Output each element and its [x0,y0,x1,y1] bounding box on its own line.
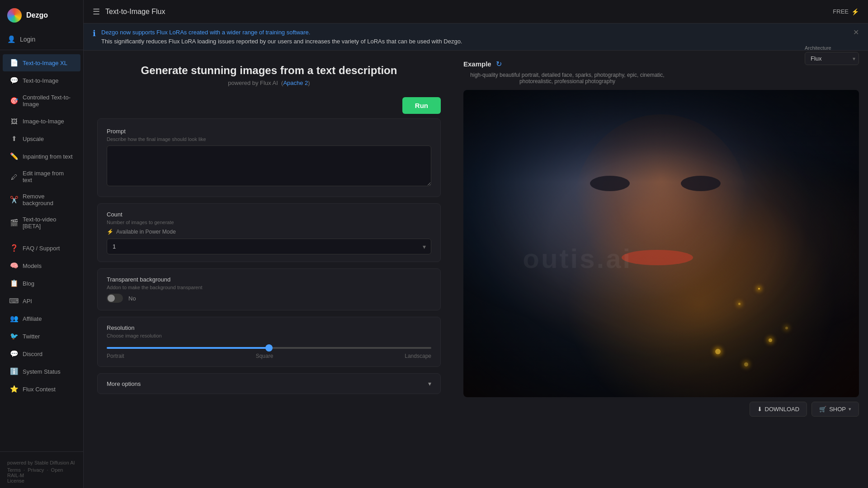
sidebar-item-label: API [23,298,32,305]
blog-icon: 📋 [10,279,18,287]
toggle-knob [108,295,115,302]
sidebar-item-twitter[interactable]: 🐦 Twitter [3,328,80,345]
resolution-slider-container: Portrait Square Landscape [107,343,431,359]
free-badge: FREE ⚡ [833,8,859,15]
sidebar-item-faq[interactable]: ❓ FAQ / Support [3,239,80,257]
sidebar-item-models[interactable]: 🧠 Models [3,257,80,274]
powered-by-text: powered by Stable Diffusion AI [0,456,83,467]
download-icon: ⬇ [757,406,762,413]
more-options-section[interactable]: More options ▾ [97,373,441,394]
menu-icon[interactable]: ☰ [93,7,100,17]
resolution-section: Resolution Choose image resolution Portr… [97,317,441,367]
count-section: Count Number of images to generate ⚡ Ava… [97,203,441,262]
sidebar-footer: powered by Stable Diffusion AI Terms · P… [0,451,83,488]
count-label: Count [107,211,431,218]
example-prompt-text: high-quality beautiful portrait, detaile… [463,72,671,84]
transparent-sublabel: Addon to make the background transparent [107,285,431,290]
resolution-sublabel: Choose image resolution [107,333,431,338]
prompt-input[interactable] [107,145,431,186]
architecture-container: Architecture Flux SDXL SD 1.5 ▾ [805,45,859,65]
license-link[interactable]: License [7,478,24,483]
notification-text: Dezgo now supports Flux LoRAs created wi… [101,28,462,46]
text-xl-icon: 📄 [10,59,18,67]
run-button[interactable]: Run [402,97,441,114]
privacy-link[interactable]: Privacy [28,467,44,473]
left-panel: Generate stunning images from a text des… [84,51,454,488]
login-button[interactable]: 👤 Login [0,31,83,48]
count-select[interactable]: 1 2 3 4 [107,239,431,254]
sidebar-item-text-to-image-xl[interactable]: 📄 Text-to-Image XL [3,54,80,71]
main-content: ☰ Text-to-Image Flux FREE ⚡ ℹ Dezgo now … [84,0,868,488]
portrait-overlay [463,90,859,397]
arch-label: Architecture [805,45,859,51]
notification-banner: ℹ Dezgo now supports Flux LoRAs created … [84,23,868,51]
more-options-label: More options [107,380,141,387]
sidebar-item-label: Upscale [23,136,44,142]
transparent-label: Transparent background [107,276,431,283]
topbar-title: Text-to-Image Flux [105,8,827,16]
power-mode-row: ⚡ Available in Power Mode [107,229,431,235]
logo[interactable]: Dezgo [0,0,83,31]
sidebar-item-flux-contest[interactable]: ⭐ Flux Contest [3,380,80,398]
sidebar-item-label: System Status [23,368,61,375]
sidebar-item-label: Image-to-Image [23,118,64,125]
sidebar-item-edit-image[interactable]: 🖊 Edit image from text [3,165,80,188]
download-button[interactable]: ⬇ DOWNLOAD [750,402,807,417]
powered-by-text: powered by Flux AI [228,80,278,86]
page-body: Generate stunning images from a text des… [84,51,868,488]
close-notification-button[interactable]: ✕ [853,28,859,37]
license-text[interactable]: Apache 2 [283,80,308,86]
sidebar-item-label: Twitter [23,333,40,340]
terms-link[interactable]: Terms [7,467,21,473]
logo-icon [7,8,22,23]
sidebar-item-affiliate[interactable]: 👥 Affiliate [3,310,80,327]
page-heading: Generate stunning images from a text des… [97,64,441,86]
sidebar-item-label: Controlled Text-to-Image [23,94,73,108]
portrait-label: Portrait [107,353,124,359]
page-title: Generate stunning images from a text des… [97,64,441,77]
sidebar-item-text-to-video[interactable]: 🎬 Text-to-video [BETA] [3,211,80,234]
architecture-select[interactable]: Flux SDXL SD 1.5 [805,52,859,65]
sidebar-item-label: Remove background [23,193,73,206]
sidebar-item-text-to-image[interactable]: 💬 Text-to-Image [3,72,80,89]
sidebar-item-api[interactable]: ⌨ API [3,292,80,310]
sidebar-item-blog[interactable]: 📋 Blog [3,275,80,292]
info-icon: ℹ [93,28,96,38]
resolution-slider[interactable] [107,347,431,349]
sidebar-item-remove-bg[interactable]: ✂️ Remove background [3,188,80,211]
square-label: Square [256,353,274,359]
shop-label: SHOP [829,406,846,413]
image-actions: ⬇ DOWNLOAD 🛒 SHOP ▾ [463,397,859,421]
count-sublabel: Number of images to generate [107,220,431,225]
sidebar-item-discord[interactable]: 💬 Discord [3,345,80,362]
shop-chevron-icon: ▾ [849,406,851,412]
example-header: Example ↻ [463,60,859,68]
transparent-section: Transparent background Addon to make the… [97,268,441,310]
sidebar-item-image-to-image[interactable]: 🖼 Image-to-Image [3,113,80,130]
topbar: ☰ Text-to-Image Flux FREE ⚡ [84,0,868,23]
models-icon: 🧠 [10,262,18,270]
sidebar-item-status[interactable]: ℹ️ System Status [3,363,80,380]
shop-cart-icon: 🛒 [819,406,826,413]
prompt-label: Prompt [107,128,431,135]
footer-links: Terms · Privacy · Open RAIL-M License [0,467,83,483]
twitter-icon: 🐦 [10,332,18,340]
example-image-container: outis.ai [463,90,859,397]
sidebar-item-inpainting[interactable]: ✏️ Inpainting from text [3,148,80,165]
resolution-labels: Portrait Square Landscape [107,353,431,359]
chevron-down-icon: ▾ [428,380,431,387]
sidebar-nav: 📄 Text-to-Image XL 💬 Text-to-Image 🎯 Con… [0,52,83,451]
edit-icon: 🖊 [10,173,18,181]
star-icon: ⭐ [10,385,18,393]
shop-button[interactable]: 🛒 SHOP ▾ [811,402,859,417]
refresh-icon[interactable]: ↻ [496,60,502,68]
count-select-wrapper: 1 2 3 4 ▾ [107,239,431,254]
sidebar-item-label: Affiliate [23,315,42,322]
toggle-row: No [107,294,431,303]
sidebar-item-upscale[interactable]: ⬆ Upscale [3,130,80,147]
transparent-toggle[interactable] [107,294,123,303]
power-mode-text: Available in Power Mode [116,229,176,235]
controlled-icon: 🎯 [10,97,18,105]
discord-icon: 💬 [10,350,18,358]
sidebar-item-controlled[interactable]: 🎯 Controlled Text-to-Image [3,89,80,112]
